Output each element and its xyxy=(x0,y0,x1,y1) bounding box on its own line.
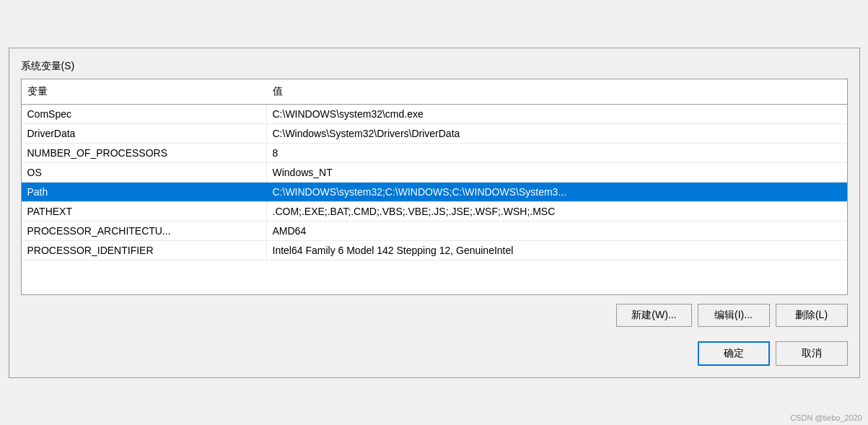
var-cell: ComSpec xyxy=(22,105,267,123)
var-cell: PATHEXT xyxy=(22,202,267,221)
var-cell: OS xyxy=(22,163,267,182)
table-row[interactable]: DriverDataC:\Windows\System32\Drivers\Dr… xyxy=(22,124,847,144)
var-cell: PROCESSOR_IDENTIFIER xyxy=(22,241,267,260)
var-cell: NUMBER_OF_PROCESSORS xyxy=(22,144,267,162)
val-cell: C:\Windows\System32\Drivers\DriverData xyxy=(267,124,847,143)
var-cell: DriverData xyxy=(22,124,267,143)
val-cell: AMD64 xyxy=(267,222,847,240)
val-cell: .COM;.EXE;.BAT;.CMD;.VBS;.VBE;.JS;.JSE;.… xyxy=(267,202,847,221)
ok-button[interactable]: 确定 xyxy=(698,341,770,366)
table-row[interactable]: NUMBER_OF_PROCESSORS8 xyxy=(22,144,847,163)
cancel-button[interactable]: 取消 xyxy=(776,341,848,366)
var-cell: PROCESSOR_ARCHITECTU... xyxy=(22,222,267,240)
table-row[interactable]: PATHEXT.COM;.EXE;.BAT;.CMD;.VBS;.VBE;.JS… xyxy=(22,202,847,222)
table-row[interactable]: OSWindows_NT xyxy=(22,163,847,183)
delete-button[interactable]: 删除(L) xyxy=(776,304,848,327)
val-cell: C:\WINDOWS\system32\cmd.exe xyxy=(267,105,847,123)
table-row[interactable]: PathC:\WINDOWS\system32;C:\WINDOWS;C:\WI… xyxy=(22,183,847,202)
val-cell: 8 xyxy=(267,144,847,162)
table-header: 变量 值 xyxy=(22,79,847,105)
section-title: 系统变量(S) xyxy=(21,60,848,73)
variables-table: 变量 值 ComSpecC:\WINDOWS\system32\cmd.exeD… xyxy=(21,79,848,295)
table-row[interactable]: PROCESSOR_ARCHITECTU...AMD64 xyxy=(22,222,847,241)
var-cell: Path xyxy=(22,183,267,201)
val-cell: C:\WINDOWS\system32;C:\WINDOWS;C:\WINDOW… xyxy=(267,183,847,201)
table-row[interactable]: ComSpecC:\WINDOWS\system32\cmd.exe xyxy=(22,105,847,124)
col-val-header: 值 xyxy=(267,82,847,101)
new-button[interactable]: 新建(W)... xyxy=(616,304,691,327)
table-row[interactable]: PROCESSOR_IDENTIFIERIntel64 Family 6 Mod… xyxy=(22,241,847,260)
action-buttons: 新建(W)... 编辑(I)... 删除(L) xyxy=(21,304,848,327)
edit-button[interactable]: 编辑(I)... xyxy=(698,304,770,327)
val-cell: Windows_NT xyxy=(267,163,847,182)
dialog-buttons: 确定 取消 xyxy=(21,341,848,366)
col-var-header: 变量 xyxy=(22,82,267,101)
watermark: CSDN @tiebo_2020 xyxy=(790,413,862,422)
val-cell: Intel64 Family 6 Model 142 Stepping 12, … xyxy=(267,241,847,260)
system-variables-dialog: 系统变量(S) 变量 值 ComSpecC:\WINDOWS\system32\… xyxy=(9,48,860,378)
table-body[interactable]: ComSpecC:\WINDOWS\system32\cmd.exeDriver… xyxy=(22,105,847,294)
